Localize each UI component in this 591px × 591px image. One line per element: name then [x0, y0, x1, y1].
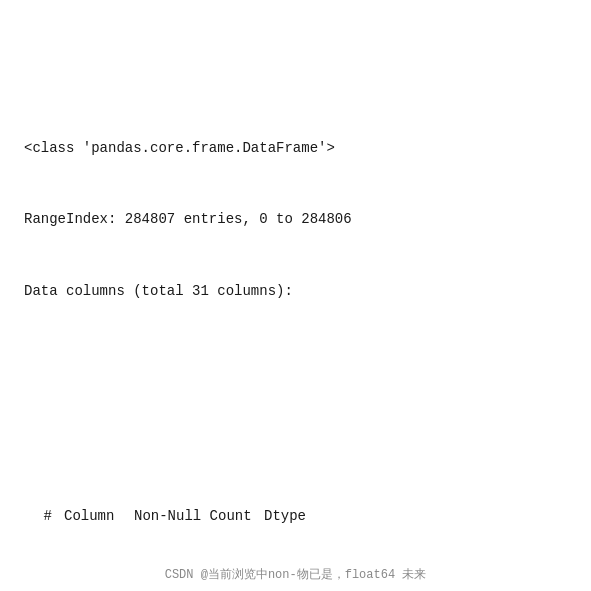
watermark: CSDN @当前浏览中non-物已是，float64 未来 — [0, 566, 591, 583]
output-text: <class 'pandas.core.frame.DataFrame'> Ra… — [24, 18, 567, 591]
data-columns-line: Data columns (total 31 columns): — [24, 280, 567, 304]
class-line: <class 'pandas.core.frame.DataFrame'> — [24, 137, 567, 161]
header-column: Column — [60, 504, 130, 529]
table-header-row: # Column Non-Null Count Dtype — [24, 504, 567, 529]
header-non-null: Non-Null Count — [130, 504, 260, 529]
header-num: # — [24, 504, 60, 529]
output-container: <class 'pandas.core.frame.DataFrame'> Ra… — [0, 0, 591, 591]
header-dtype: Dtype — [260, 504, 340, 529]
range-index-line: RangeIndex: 284807 entries, 0 to 284806 — [24, 208, 567, 232]
